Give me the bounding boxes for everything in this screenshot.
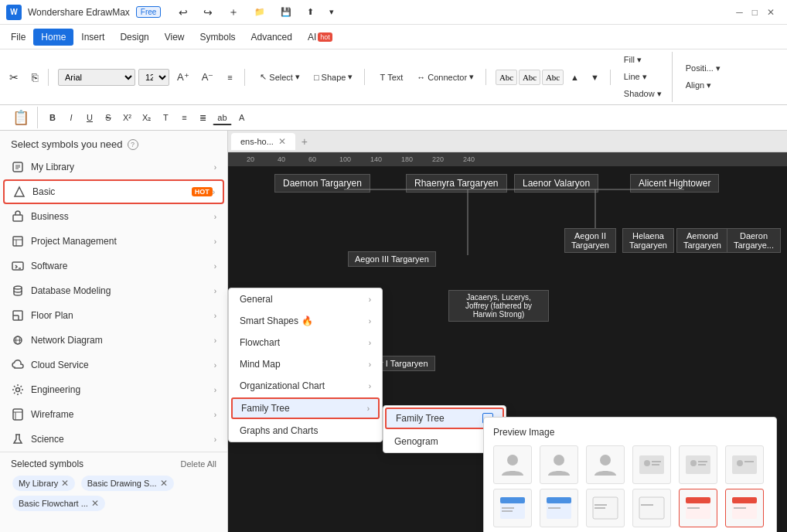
maximize-button[interactable]: □	[752, 7, 758, 18]
font-grow-button[interactable]: A⁺	[172, 69, 194, 85]
tab-ens-ho[interactable]: ens-ho... ✕	[231, 133, 295, 150]
svg-point-11	[14, 286, 22, 289]
submenu-graphs-charts[interactable]: Graphs and Charts	[229, 420, 382, 442]
close-button[interactable]: ✕	[767, 7, 775, 18]
bold-button[interactable]: B	[44, 111, 61, 124]
preview-id-card-2[interactable]	[679, 445, 717, 484]
sidebar-item-basic[interactable]: Basic HOT ›	[3, 179, 224, 204]
export-button[interactable]: ⬆	[302, 4, 319, 20]
more-button[interactable]: ▾	[324, 4, 339, 20]
sidebar-item-business[interactable]: Business ›	[0, 204, 227, 229]
font-shrink-button[interactable]: A⁻	[197, 69, 219, 85]
text-style-button[interactable]: T	[157, 111, 174, 124]
preview-person-3[interactable]	[586, 445, 625, 484]
strikethrough-button[interactable]: S	[100, 111, 117, 124]
submenu-flowchart[interactable]: Flowchart ›	[229, 332, 382, 353]
submenu-org-chart[interactable]: Organizational Chart ›	[229, 375, 382, 397]
menu-design[interactable]: Design	[112, 29, 156, 46]
preview-card-red-2[interactable]	[725, 489, 764, 527]
titlebar: W Wondershare EdrawMax Free ↩ ↪ ＋ 📁 💾 ⬆ …	[0, 0, 787, 25]
symbol-tag-basic-drawing[interactable]: Basic Drawing S... ✕	[81, 476, 174, 491]
db-arrow: ›	[214, 287, 216, 295]
preview-card-red-1[interactable]	[679, 489, 717, 527]
sidebar-item-engineering[interactable]: Engineering ›	[0, 377, 227, 402]
menu-insert[interactable]: Insert	[73, 29, 112, 46]
highlight-button[interactable]: A	[233, 111, 250, 124]
database-icon	[11, 284, 25, 298]
style-box-3[interactable]: Abc	[542, 70, 564, 85]
font-select[interactable]: Arial	[58, 69, 135, 86]
shape-button[interactable]: □ Shape ▾	[308, 69, 358, 85]
fill-button[interactable]: Fill ▾	[618, 52, 667, 68]
sidebar-item-database-modeling[interactable]: Database Modeling ›	[0, 278, 227, 303]
menu-advanced[interactable]: Advanced	[244, 29, 300, 46]
fp-arrow: ›	[214, 312, 216, 320]
style-box-2[interactable]: Abc	[519, 70, 540, 85]
select-button[interactable]: ↖ Select ▾	[254, 69, 305, 85]
preview-person-2[interactable]	[540, 445, 578, 484]
underline-button[interactable]: U	[81, 111, 98, 124]
font-size-select[interactable]: 12	[138, 69, 169, 86]
position-button[interactable]: Positi... ▾	[680, 60, 726, 77]
align-button[interactable]: ≡	[221, 70, 238, 84]
preview-id-card-1[interactable]	[632, 445, 671, 484]
sidebar-item-science[interactable]: Science ›	[0, 427, 227, 452]
mind-map-arrow: ›	[369, 360, 371, 369]
superscript-button[interactable]: X²	[118, 111, 136, 124]
submenu-mind-map[interactable]: Mind Map ›	[229, 353, 382, 375]
font-color-ab[interactable]: ab	[213, 111, 231, 125]
list-button[interactable]: ≡	[175, 111, 192, 124]
symbol-tag-basic-flowchart[interactable]: Basic Flowchart ... ✕	[12, 496, 105, 511]
italic-button[interactable]: I	[63, 111, 80, 124]
menu-ai[interactable]: AI hot	[300, 29, 340, 46]
remove-my-library[interactable]: ✕	[61, 478, 69, 489]
style-scroll-up[interactable]: ▲	[566, 70, 584, 84]
remove-basic-drawing[interactable]: ✕	[160, 478, 168, 489]
sidebar-item-network-diagram[interactable]: Network Diagram ›	[0, 328, 227, 353]
preview-card-plain-1[interactable]	[586, 489, 625, 527]
preview-person-1[interactable]	[493, 445, 532, 484]
undo-button[interactable]: ↩	[173, 3, 193, 22]
delete-all-button[interactable]: Delete All	[181, 459, 216, 469]
submenu-smart-shapes[interactable]: Smart Shapes 🔥 ›	[229, 310, 382, 332]
copy-button[interactable]: ⎘	[26, 69, 43, 86]
align-right-button[interactable]: Align ▾	[680, 77, 726, 94]
shadow-button[interactable]: Shadow ▾	[618, 86, 667, 102]
sidebar-item-software[interactable]: Software ›	[0, 254, 227, 278]
sidebar-item-my-library[interactable]: My Library ›	[0, 155, 227, 179]
text-align-button[interactable]: ≣	[194, 111, 211, 125]
menu-home[interactable]: Home	[33, 29, 73, 46]
menu-file[interactable]: File	[3, 29, 33, 46]
sidebar-item-project-management[interactable]: Project Management ›	[0, 229, 227, 254]
help-icon[interactable]: ?	[128, 139, 138, 150]
preview-card-blue-1[interactable]	[493, 489, 532, 527]
style-scroll-down[interactable]: ▼	[586, 70, 604, 84]
preview-card-blue-2[interactable]	[540, 489, 578, 527]
cut-button[interactable]: ✂	[5, 69, 23, 86]
minimize-button[interactable]: ─	[736, 7, 743, 18]
sidebar-item-floor-plan[interactable]: Floor Plan ›	[0, 303, 227, 328]
submenu-family-tree[interactable]: Family Tree ›	[231, 397, 380, 419]
sidebar-item-cloud-service[interactable]: Cloud Service ›	[0, 353, 227, 377]
new-button[interactable]: ＋	[223, 2, 244, 22]
preview-id-card-3[interactable]	[725, 445, 764, 484]
menu-symbols[interactable]: Symbols	[192, 29, 244, 46]
tab-close-1[interactable]: ✕	[278, 136, 286, 147]
redo-button[interactable]: ↪	[198, 3, 218, 22]
open-button[interactable]: 📁	[249, 4, 271, 20]
menu-view[interactable]: View	[157, 29, 192, 46]
preview-card-plain-2[interactable]	[632, 489, 671, 527]
sidebar-item-wireframe[interactable]: Wireframe ›	[0, 402, 227, 427]
remove-basic-flowchart[interactable]: ✕	[91, 498, 99, 509]
node-rhaenyra: Rhaenyra Targaryen	[406, 174, 507, 193]
symbol-tag-my-library[interactable]: My Library ✕	[12, 476, 75, 491]
line-button[interactable]: Line ▾	[618, 69, 667, 85]
subscript-button[interactable]: X₂	[138, 111, 155, 125]
submenu-general[interactable]: General ›	[229, 288, 382, 310]
connector-button[interactable]: ↔ Connector ▾	[411, 69, 479, 85]
text-button[interactable]: T Text	[374, 70, 408, 85]
style-box-1[interactable]: Abc	[496, 70, 517, 85]
tab-add-button[interactable]: +	[295, 132, 314, 151]
paste-button[interactable]: 📋	[8, 107, 34, 128]
save-button[interactable]: 💾	[275, 4, 297, 20]
